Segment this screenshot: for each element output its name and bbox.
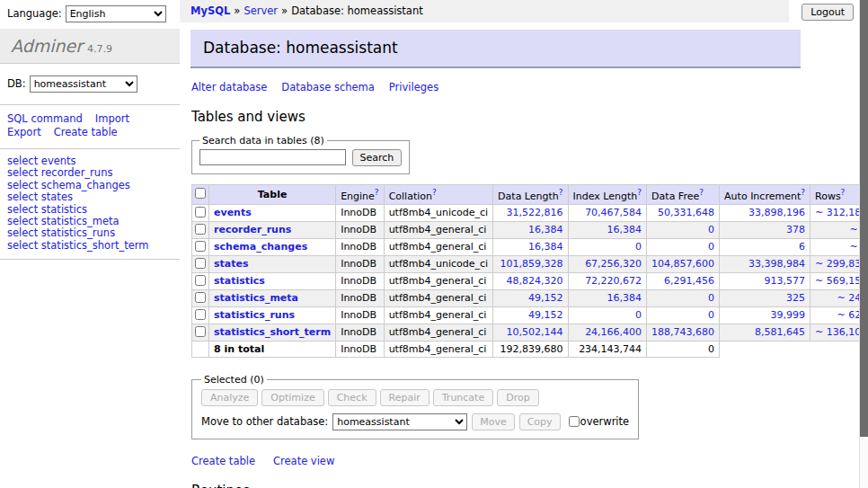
row-checkbox[interactable] <box>195 309 206 320</box>
language-select[interactable]: English <box>66 5 166 22</box>
breadcrumb-link[interactable]: MySQL <box>190 4 230 17</box>
data_free-link[interactable]: 104,857,600 <box>651 258 714 270</box>
auto_increment-link[interactable]: 33,398,984 <box>748 258 805 270</box>
column-help-link[interactable]: ? <box>699 188 704 197</box>
table-name-link[interactable]: states <box>214 258 249 270</box>
sidebar-select-link[interactable]: select statistics_meta <box>7 215 120 227</box>
table-name-link[interactable]: statistics <box>214 275 265 287</box>
data_free-link[interactable]: 0 <box>708 224 714 235</box>
db-select[interactable]: homeassistant <box>30 75 137 93</box>
check-button[interactable]: Check <box>328 389 376 406</box>
sidebar-select-link[interactable]: select statistics <box>7 203 87 216</box>
sidebar-select-link[interactable]: select statistics_runs <box>7 226 115 239</box>
column-help-link[interactable]: ? <box>375 188 379 197</box>
sidebar-action-link[interactable]: Import <box>95 112 129 126</box>
truncate-button[interactable]: Truncate <box>433 389 493 406</box>
sidebar-action-link[interactable]: SQL command <box>7 112 83 126</box>
database-link[interactable]: Privileges <box>389 81 438 93</box>
logout-button[interactable]: Logout <box>802 4 854 21</box>
index_length-link[interactable]: 0 <box>635 241 642 253</box>
row-checkbox[interactable] <box>195 326 206 337</box>
sidebar-select-link[interactable]: select states <box>7 191 73 203</box>
column-help-link[interactable]: ? <box>801 188 805 197</box>
row-checkbox[interactable] <box>195 224 206 235</box>
data_free-link[interactable]: 6,291,456 <box>664 275 714 287</box>
index_length-link[interactable]: 0 <box>635 309 642 321</box>
cell-data_length: 101,859,328 <box>493 255 568 272</box>
index_length-link[interactable]: 72,220,672 <box>585 275 642 287</box>
column-label: Collation <box>389 191 432 202</box>
breadcrumb-link[interactable]: Server <box>244 4 278 17</box>
data_length-link[interactable]: 16,384 <box>528 224 563 235</box>
copy-button[interactable]: Copy <box>519 413 561 430</box>
sidebar-action-link[interactable]: Create table <box>54 126 118 139</box>
column-help-link[interactable]: ? <box>559 188 563 197</box>
column-help-link[interactable]: ? <box>841 188 846 197</box>
sidebar-select-link[interactable]: select schema_changes <box>7 179 130 191</box>
help-sup: ? <box>801 187 805 197</box>
optimize-button[interactable]: Optimize <box>261 389 323 406</box>
row-checkbox[interactable] <box>195 275 206 286</box>
cell-table-name: statistics <box>209 272 336 289</box>
column-help-link[interactable]: ? <box>637 188 642 197</box>
data_free-link[interactable]: 0 <box>708 292 714 304</box>
database-link[interactable]: Database schema <box>281 81 374 93</box>
index_length-link[interactable]: 70,467,584 <box>585 207 642 218</box>
column-help-link[interactable]: ? <box>432 188 437 197</box>
row-checkbox[interactable] <box>195 258 206 269</box>
auto_increment-link[interactable]: 6 <box>799 241 805 253</box>
sidebar-select-link[interactable]: select recorder_runs <box>7 166 112 179</box>
table-name-link[interactable]: statistics_meta <box>214 292 298 304</box>
data_length-link[interactable]: 10,502,144 <box>507 326 563 338</box>
database-link[interactable]: Alter database <box>191 81 267 93</box>
auto_increment-link[interactable]: 33,898,196 <box>748 207 805 218</box>
data_length-link[interactable]: 49,152 <box>528 309 563 321</box>
drop-button[interactable]: Drop <box>497 389 538 406</box>
data_length-link[interactable]: 101,859,328 <box>500 258 563 270</box>
table-name-link[interactable]: recorder_runs <box>214 224 291 235</box>
vertical-scrollbar[interactable] <box>859 0 868 488</box>
auto_increment-link[interactable]: 378 <box>786 224 805 235</box>
auto_increment-link[interactable]: 913,577 <box>765 275 806 287</box>
table-name-link[interactable]: statistics_short_term <box>214 326 331 338</box>
sidebar-select-link[interactable]: select statistics_short_term <box>7 239 148 252</box>
index_length-link[interactable]: 16,384 <box>607 292 642 304</box>
index_length-link[interactable]: 16,384 <box>607 224 642 235</box>
database-links: Alter databaseDatabase schemaPrivileges <box>191 81 868 93</box>
search-input[interactable] <box>199 149 346 165</box>
search-button[interactable]: Search <box>352 149 403 166</box>
data_free-link[interactable]: 0 <box>708 309 714 321</box>
analyze-button[interactable]: Analyze <box>201 389 258 406</box>
sidebar-select-link[interactable]: select events <box>7 155 76 167</box>
data_free-link[interactable]: 188,743,680 <box>651 326 714 338</box>
cell-auto_increment: 378 <box>720 221 810 238</box>
row-checkbox[interactable] <box>195 207 206 217</box>
move-db-select[interactable]: homeassistant <box>332 413 467 430</box>
auto_increment-link[interactable]: 8,581,645 <box>755 326 805 338</box>
sidebar-action-link[interactable]: Export <box>7 126 41 139</box>
auto_increment-link[interactable]: 39,999 <box>771 309 806 321</box>
data_free-link[interactable]: 50,331,648 <box>658 207 714 218</box>
select-all-checkbox[interactable] <box>195 188 206 199</box>
auto_increment-link[interactable]: 325 <box>786 292 805 304</box>
scrollbar-thumb[interactable] <box>860 0 868 437</box>
data_free-link[interactable]: 0 <box>708 241 714 253</box>
sidebar-table-item: select statistics_meta <box>7 216 173 227</box>
data_length-link[interactable]: 31,522,816 <box>507 207 563 218</box>
repair-button[interactable]: Repair <box>380 389 430 406</box>
table-name-link[interactable]: events <box>214 207 252 218</box>
index_length-link[interactable]: 67,256,320 <box>585 258 642 270</box>
data_length-link[interactable]: 48,824,320 <box>507 275 563 287</box>
row-checkbox[interactable] <box>195 292 206 303</box>
index_length-link[interactable]: 24,166,400 <box>585 326 642 338</box>
cell-engine: InnoDB <box>336 204 384 221</box>
overwrite-checkbox[interactable] <box>569 416 580 427</box>
create-link[interactable]: Create table <box>191 455 255 467</box>
data_length-link[interactable]: 49,152 <box>528 292 563 304</box>
move-button[interactable]: Move <box>472 413 515 430</box>
data_length-link[interactable]: 16,384 <box>528 241 563 253</box>
table-name-link[interactable]: statistics_runs <box>214 309 295 321</box>
table-name-link[interactable]: schema_changes <box>214 241 307 253</box>
row-checkbox[interactable] <box>195 241 206 252</box>
create-link[interactable]: Create view <box>273 455 334 467</box>
